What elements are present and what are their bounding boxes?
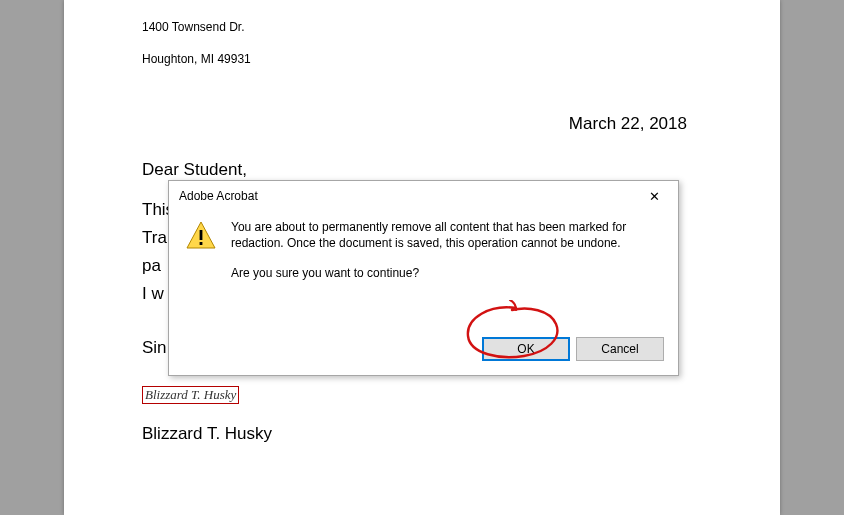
confirmation-dialog: Adobe Acrobat ✕ You are about to permane… — [168, 180, 679, 376]
address-line-1: 1400 Townsend Dr. — [142, 20, 702, 34]
printed-name: Blizzard T. Husky — [142, 424, 702, 444]
message-line-1: You are about to permanently remove all … — [231, 219, 626, 235]
body-line-3: pa — [142, 256, 161, 275]
dialog-body: You are about to permanently remove all … — [169, 211, 678, 281]
address-line-2: Houghton, MI 49931 — [142, 52, 702, 66]
signature-redaction-mark[interactable]: Blizzard T. Husky — [142, 386, 239, 404]
body-line-2: Tra — [142, 228, 167, 247]
salutation: Dear Student, — [142, 160, 702, 180]
svg-rect-2 — [200, 242, 203, 245]
close-button[interactable]: ✕ — [634, 183, 674, 209]
document-date: March 22, 2018 — [142, 114, 702, 134]
warning-icon — [185, 219, 219, 281]
ok-button[interactable]: OK — [482, 337, 570, 361]
dialog-title: Adobe Acrobat — [179, 189, 258, 203]
dialog-button-row: OK Cancel — [482, 337, 664, 361]
body-line-4: I w — [142, 284, 164, 303]
dialog-titlebar: Adobe Acrobat ✕ — [169, 181, 678, 211]
close-icon: ✕ — [649, 189, 660, 204]
cancel-button[interactable]: Cancel — [576, 337, 664, 361]
dialog-message: You are about to permanently remove all … — [231, 219, 626, 281]
svg-rect-1 — [200, 230, 203, 240]
message-line-2: redaction. Once the document is saved, t… — [231, 235, 626, 251]
message-question: Are you sure you want to continue? — [231, 265, 626, 281]
